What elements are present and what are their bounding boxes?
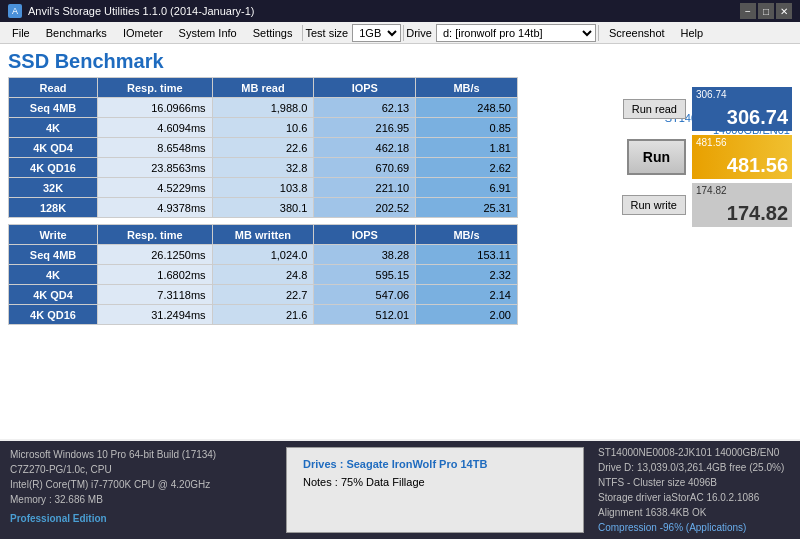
row-label: 4K QD16 xyxy=(9,305,98,325)
total-score-large: 481.56 xyxy=(727,154,788,177)
menu-file[interactable]: File xyxy=(4,25,38,41)
test-size-select[interactable]: 1GB xyxy=(352,24,401,42)
table-row: Seq 4MB 16.0966ms 1,988.0 62.13 248.50 xyxy=(9,98,518,118)
write-col-label: Write xyxy=(9,225,98,245)
mb-read: 1,988.0 xyxy=(212,98,314,118)
table-row: 4K QD16 31.2494ms 21.6 512.01 2.00 xyxy=(9,305,518,325)
menu-system-info[interactable]: System Info xyxy=(171,25,245,41)
mbs: 2.00 xyxy=(416,305,518,325)
mb-read: 32.8 xyxy=(212,158,314,178)
write-score-small: 174.82 xyxy=(696,185,727,196)
mb-written: 22.7 xyxy=(212,285,314,305)
write-score-large: 174.82 xyxy=(727,202,788,225)
row-label: Seq 4MB xyxy=(9,98,98,118)
mbs: 248.50 xyxy=(416,98,518,118)
dr-line3: NTFS - Cluster size 4096B xyxy=(598,475,792,490)
write-score-row: Run write 174.82 174.82 xyxy=(622,183,792,227)
resp-time: 4.6094ms xyxy=(98,118,213,138)
read-col-mbs: MB/s xyxy=(416,78,518,98)
row-label: 32K xyxy=(9,178,98,198)
iops: 38.28 xyxy=(314,245,416,265)
total-score-box: 481.56 481.56 xyxy=(692,135,792,179)
menu-help[interactable]: Help xyxy=(673,25,712,41)
menu-separator xyxy=(302,25,303,41)
test-size-group: Test size 1GB xyxy=(305,24,401,42)
write-col-iops: IOPS xyxy=(314,225,416,245)
sys-line2: C7Z270-PG/1.0c, CPU xyxy=(10,462,270,477)
menu-separator2 xyxy=(403,25,404,41)
write-col-mb: MB written xyxy=(212,225,314,245)
row-label: 128K xyxy=(9,198,98,218)
drive-select[interactable]: d: [ironwolf pro 14tb] xyxy=(436,24,596,42)
bottom-notes: Drives : Seagate IronWolf Pro 14TB Notes… xyxy=(286,447,584,533)
mb-read: 103.8 xyxy=(212,178,314,198)
mbs: 2.14 xyxy=(416,285,518,305)
menu-bar: File Benchmarks IOmeter System Info Sett… xyxy=(0,22,800,44)
read-col-iops: IOPS xyxy=(314,78,416,98)
mbs: 25.31 xyxy=(416,198,518,218)
read-col-mb: MB read xyxy=(212,78,314,98)
resp-time: 1.6802ms xyxy=(98,265,213,285)
drive-group: Drive d: [ironwolf pro 14tb] xyxy=(406,24,596,42)
mbs: 1.81 xyxy=(416,138,518,158)
pro-edition-label: Professional Edition xyxy=(10,511,270,526)
bottom-system-info: Microsoft Windows 10 Pro 64-bit Build (1… xyxy=(0,441,280,539)
menu-benchmarks[interactable]: Benchmarks xyxy=(38,25,115,41)
resp-time: 7.3118ms xyxy=(98,285,213,305)
drive-label: Drive xyxy=(406,27,432,39)
sys-line4: Memory : 32.686 MB xyxy=(10,492,270,507)
resp-time: 23.8563ms xyxy=(98,158,213,178)
tables-area: Read Resp. time MB read IOPS MB/s Seq 4M… xyxy=(8,77,528,325)
row-label: 4K QD16 xyxy=(9,158,98,178)
mbs: 2.32 xyxy=(416,265,518,285)
close-button[interactable]: ✕ xyxy=(776,3,792,19)
resp-time: 4.5229ms xyxy=(98,178,213,198)
bottom-drive-details: ST14000NE0008-2JK101 14000GB/EN0 Drive D… xyxy=(590,441,800,539)
read-score-row: Run read 306.74 306.74 xyxy=(623,87,792,131)
menu-screenshot[interactable]: Screenshot xyxy=(601,25,673,41)
iops: 462.18 xyxy=(314,138,416,158)
read-col-resp: Resp. time xyxy=(98,78,213,98)
table-row: 4K QD16 23.8563ms 32.8 670.69 2.62 xyxy=(9,158,518,178)
mbs: 6.91 xyxy=(416,178,518,198)
iops: 512.01 xyxy=(314,305,416,325)
resp-time: 4.9378ms xyxy=(98,198,213,218)
menu-iometer[interactable]: IOmeter xyxy=(115,25,171,41)
read-score-box: 306.74 306.74 xyxy=(692,87,792,131)
table-row: 4K 1.6802ms 24.8 595.15 2.32 xyxy=(9,265,518,285)
dr-line2: Drive D: 13,039.0/3,261.4GB free (25.0%) xyxy=(598,460,792,475)
title-bar-text: Anvil's Storage Utilities 1.1.0 (2014-Ja… xyxy=(28,5,254,17)
maximize-button[interactable]: □ xyxy=(758,3,774,19)
run-write-button[interactable]: Run write xyxy=(622,195,686,215)
right-panel: Run read 306.74 306.74 Run 481.56 481.56… xyxy=(538,77,792,325)
menu-separator3 xyxy=(598,25,599,41)
run-button[interactable]: Run xyxy=(627,139,686,175)
mb-written: 24.8 xyxy=(212,265,314,285)
benchmark-area: Read Resp. time MB read IOPS MB/s Seq 4M… xyxy=(8,77,792,325)
mb-read: 10.6 xyxy=(212,118,314,138)
iops: 216.95 xyxy=(314,118,416,138)
run-read-button[interactable]: Run read xyxy=(623,99,686,119)
row-label: 4K QD4 xyxy=(9,285,98,305)
row-label: 4K QD4 xyxy=(9,138,98,158)
resp-time: 16.0966ms xyxy=(98,98,213,118)
iops: 202.52 xyxy=(314,198,416,218)
mbs: 153.11 xyxy=(416,245,518,265)
iops: 670.69 xyxy=(314,158,416,178)
table-row: 4K QD4 8.6548ms 22.6 462.18 1.81 xyxy=(9,138,518,158)
mb-written: 1,024.0 xyxy=(212,245,314,265)
row-label: 4K xyxy=(9,265,98,285)
menu-settings[interactable]: Settings xyxy=(245,25,301,41)
resp-time: 26.1250ms xyxy=(98,245,213,265)
drives-text: Drives : Seagate IronWolf Pro 14TB xyxy=(303,456,567,474)
dr-line1: ST14000NE0008-2JK101 14000GB/EN0 xyxy=(598,445,792,460)
dr-line6: Compression -96% (Applications) xyxy=(598,520,792,535)
title-bar: A Anvil's Storage Utilities 1.1.0 (2014-… xyxy=(0,0,800,22)
minimize-button[interactable]: − xyxy=(740,3,756,19)
mbs: 0.85 xyxy=(416,118,518,138)
write-table: Write Resp. time MB written IOPS MB/s Se… xyxy=(8,224,518,325)
read-score-small: 306.74 xyxy=(696,89,727,100)
write-col-resp: Resp. time xyxy=(98,225,213,245)
table-row: Seq 4MB 26.1250ms 1,024.0 38.28 153.11 xyxy=(9,245,518,265)
resp-time: 8.6548ms xyxy=(98,138,213,158)
